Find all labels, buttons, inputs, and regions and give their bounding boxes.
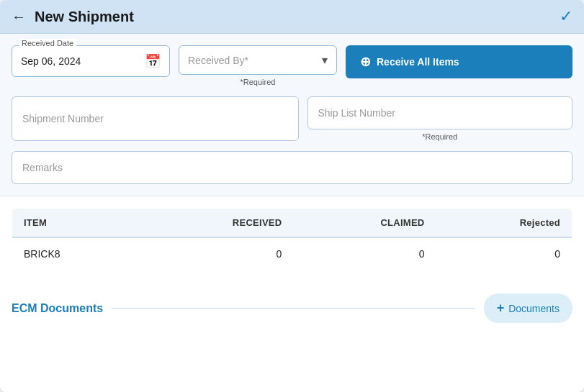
- ship-list-number-input[interactable]: [307, 96, 573, 129]
- header-left: ← New Shipment: [12, 9, 134, 25]
- ecm-title: ECM Documents: [12, 302, 103, 315]
- table-header-row: ITEM RECEIVED CLAIMED Rejected: [12, 209, 572, 238]
- cell-received: 0: [139, 237, 293, 270]
- col-received: RECEIVED: [139, 209, 293, 238]
- ship-list-wrapper: *Required: [307, 96, 573, 141]
- calendar-icon: 📅: [145, 53, 161, 69]
- cell-item: BRICK8: [12, 237, 140, 270]
- remarks-row: [12, 151, 572, 184]
- items-table: ITEM RECEIVED CLAIMED Rejected BRICK8 0 …: [12, 208, 572, 270]
- ship-list-required: *Required: [307, 132, 573, 141]
- confirm-icon[interactable]: ✓: [560, 7, 572, 26]
- page-title: New Shipment: [35, 9, 134, 25]
- col-claimed: CLAIMED: [293, 209, 436, 238]
- shipment-card: ← New Shipment ✓ Received Date Sep 06, 2…: [0, 0, 584, 392]
- header: ← New Shipment ✓: [0, 0, 584, 34]
- form-area: Received Date Sep 06, 2024 📅 Received By…: [0, 34, 584, 196]
- chevron-down-icon: ▾: [322, 53, 328, 67]
- date-field-wrapper: Received Date Sep 06, 2024 📅: [12, 45, 170, 77]
- cell-claimed: 0: [293, 237, 436, 270]
- received-date-field[interactable]: Sep 06, 2024 📅: [12, 45, 170, 77]
- receive-all-icon: ⊕: [360, 54, 371, 70]
- documents-button[interactable]: + Documents: [484, 293, 572, 323]
- received-by-select[interactable]: Received By* ▾: [179, 45, 337, 75]
- plus-icon: +: [497, 301, 505, 316]
- back-icon[interactable]: ←: [12, 9, 26, 25]
- col-rejected: Rejected: [436, 209, 572, 238]
- shipment-number-input[interactable]: [12, 96, 299, 141]
- received-by-placeholder: Received By*: [188, 55, 248, 66]
- ecm-divider: [112, 308, 475, 309]
- cell-rejected: 0: [436, 237, 572, 270]
- form-row-top: Received Date Sep 06, 2024 📅 Received By…: [12, 45, 572, 86]
- received-by-wrapper: Received By* ▾ *Required: [179, 45, 337, 86]
- received-date-value: Sep 06, 2024: [21, 55, 81, 67]
- ecm-area: ECM Documents + Documents: [0, 282, 584, 337]
- receive-all-label: Receive All Items: [377, 56, 459, 68]
- table-area: ITEM RECEIVED CLAIMED Rejected BRICK8 0 …: [0, 196, 584, 282]
- remarks-input[interactable]: [12, 151, 572, 184]
- receive-all-button[interactable]: ⊕ Receive All Items: [346, 45, 572, 78]
- received-date-label: Received Date: [19, 39, 76, 47]
- col-item: ITEM: [12, 209, 140, 238]
- documents-label: Documents: [508, 303, 560, 314]
- table-row: BRICK8 0 0 0: [12, 237, 572, 270]
- form-row-middle: *Required: [12, 96, 572, 141]
- received-by-required: *Required: [179, 78, 337, 86]
